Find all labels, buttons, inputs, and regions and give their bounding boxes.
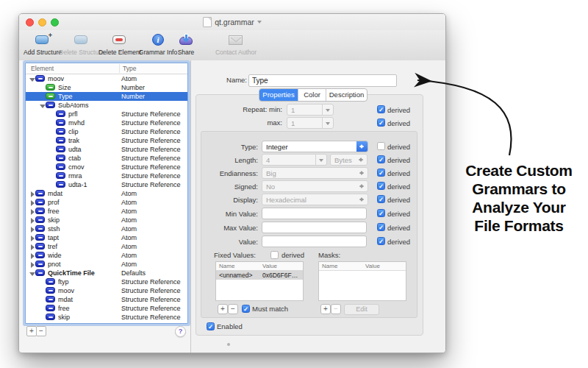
tree-row-ctab[interactable]: ctabStructure Reference — [26, 154, 187, 163]
triangle-down — [319, 159, 323, 164]
form-row-label: Endianness: — [201, 169, 258, 177]
annotation-line: Analyze Your — [454, 198, 584, 216]
help-button[interactable]: ? — [175, 326, 186, 337]
derived-checkbox[interactable]: ✓ — [377, 155, 385, 163]
add-element-button[interactable]: + — [26, 326, 37, 336]
tree-row-type: Defaults — [121, 269, 146, 277]
tree-row-skip[interactable]: skipAtom — [26, 216, 187, 224]
minvalue-field[interactable] — [262, 208, 367, 219]
tree-row-rmra[interactable]: rmraStructure Reference — [26, 171, 187, 180]
tree-row-trak[interactable]: trakStructure Reference — [26, 136, 187, 145]
name-input[interactable] — [248, 74, 397, 87]
tree-row-prof[interactable]: profAtom — [26, 198, 187, 207]
fixed-values-add-button[interactable]: + — [218, 304, 228, 314]
icon-bar — [38, 263, 43, 265]
derived-checkbox[interactable] — [377, 142, 385, 150]
derived-checkbox[interactable]: ✓ — [377, 169, 385, 177]
combo-value: 4 — [266, 156, 270, 164]
tree-row-label: free — [58, 305, 70, 312]
fixed-values-derived-checkbox[interactable] — [270, 251, 279, 259]
tree-row-prfl[interactable]: prflStructure Reference — [26, 110, 187, 118]
tab-bar: PropertiesColorDescription — [259, 88, 368, 102]
icon-bar — [38, 237, 43, 238]
masks-table[interactable]: NameValue — [318, 261, 406, 301]
tree-row-ftyp[interactable]: ftypStructure Reference — [26, 277, 187, 286]
tree-row-moov[interactable]: moovStructure Reference — [26, 286, 187, 295]
icon-bar — [49, 105, 53, 106]
column-header-element[interactable]: Element — [31, 65, 54, 72]
envelope-icon — [229, 35, 243, 45]
structure-icon — [35, 269, 45, 276]
main-content: Element Type moovAtomSizeNumberTypeNumbe… — [19, 60, 445, 353]
tree-row-tref[interactable]: trefAtom — [26, 242, 187, 251]
type-popup[interactable]: Integer — [262, 141, 368, 152]
must-match-checkbox[interactable]: ✓ — [242, 305, 250, 313]
document-proxy-icon[interactable] — [203, 17, 212, 27]
tree-row-label: moov — [48, 75, 64, 82]
derived-checkbox[interactable]: ✓ — [377, 237, 385, 245]
tree-row-stsh[interactable]: stshAtom — [26, 224, 187, 233]
contact-author-icon — [226, 32, 245, 47]
column-header-type[interactable]: Type — [123, 65, 136, 72]
icon-bar — [59, 140, 63, 141]
tree-row-label: skip — [48, 216, 60, 224]
tree-row-skip[interactable]: skipStructure Reference — [26, 313, 187, 322]
tree-row-moov[interactable]: moovAtom — [26, 74, 187, 83]
structure-icon — [46, 287, 55, 294]
derived-checkbox[interactable]: ✓ — [377, 209, 385, 217]
tree-row-wide[interactable]: wideAtom — [26, 251, 187, 260]
popup-stepper-icon — [356, 141, 368, 152]
tree-row-size[interactable]: SizeNumber — [26, 83, 187, 92]
toolbar-item-share[interactable]: Share — [159, 32, 212, 56]
enabled-checkbox[interactable]: ✓ — [207, 322, 215, 330]
derived-checkbox[interactable]: ✓ — [377, 118, 385, 127]
tree-row-label: QuickTime File — [48, 269, 95, 277]
tree-row-clip[interactable]: clipStructure Reference — [26, 127, 187, 136]
icon-bar — [38, 255, 43, 256]
derived-checkbox[interactable]: ✓ — [377, 182, 385, 190]
tree-row-cmov[interactable]: cmovStructure Reference — [26, 163, 187, 171]
value-field[interactable] — [262, 236, 367, 247]
tree-row-mvhd[interactable]: mvhdStructure Reference — [26, 118, 187, 127]
remove-element-button[interactable]: − — [36, 326, 46, 336]
derived-label: derived — [387, 156, 410, 164]
table-row[interactable]: <unnamed>0x6D6F6F… — [216, 270, 303, 280]
tree-row-mdat[interactable]: mdatAtom — [26, 189, 187, 198]
tree-row-label: udta-1 — [68, 181, 87, 188]
endianness-popup: Big — [262, 167, 368, 179]
tree-row-tapt[interactable]: taptAtom — [26, 233, 187, 242]
window-title: qt.grammar — [215, 18, 254, 26]
tree-row-quicktime-file[interactable]: QuickTime FileDefaults — [26, 269, 187, 277]
toolbar-item-contact-author: Contact Author — [209, 32, 262, 56]
structure-icon — [35, 75, 45, 82]
structure-icon — [46, 314, 55, 320]
popup-stepper-icon — [356, 168, 368, 178]
structure-icon — [56, 163, 65, 170]
tree-row-label: tapt — [48, 234, 59, 241]
maxvalue-field[interactable] — [262, 222, 367, 233]
tree-row-udta[interactable]: udtaStructure Reference — [26, 145, 187, 154]
popup-value: Hexadecimal — [266, 196, 306, 204]
chevron-down-icon[interactable] — [257, 21, 262, 26]
column-header-name: Name — [322, 263, 337, 269]
derived-checkbox[interactable]: ✓ — [377, 105, 385, 113]
tree-row-type[interactable]: TypeNumber — [26, 92, 187, 101]
fixed-values-remove-button[interactable]: − — [228, 304, 238, 314]
tree-row-free[interactable]: freeAtom — [26, 207, 187, 216]
tree-row-label: free — [48, 208, 60, 215]
tree-row-mdat[interactable]: mdatStructure Reference — [26, 295, 187, 304]
masks-add-button[interactable]: + — [320, 304, 331, 314]
tree-row-udta-1[interactable]: udta-1Structure Reference — [26, 180, 187, 189]
tree-row-subatoms[interactable]: SubAtoms — [26, 101, 187, 110]
form-row-label: Value: — [201, 238, 258, 246]
derived-checkbox[interactable]: ✓ — [377, 223, 385, 231]
form-row-label: Length: — [201, 156, 258, 164]
tree-row-label: Type — [58, 93, 73, 100]
tree-row-pnot[interactable]: pnotAtom — [26, 260, 187, 269]
tab-description[interactable]: Description — [326, 89, 367, 101]
tab-color[interactable]: Color — [298, 89, 326, 101]
tab-properties[interactable]: Properties — [259, 89, 298, 101]
derived-checkbox[interactable]: ✓ — [377, 195, 385, 203]
fixed-values-table[interactable]: NameValue<unnamed>0x6D6F6F… — [215, 261, 304, 301]
tree-row-free[interactable]: freeStructure Reference — [26, 304, 187, 313]
